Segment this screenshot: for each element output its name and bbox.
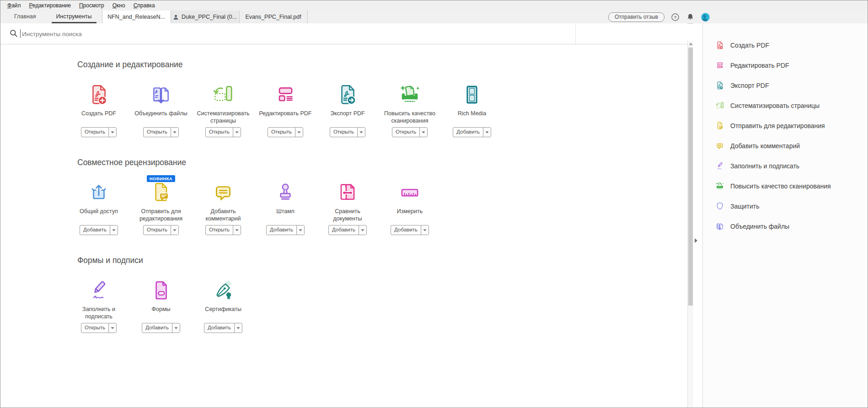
- tool-card-add-comment[interactable]: Добавить комментарийОткрыть: [192, 175, 254, 235]
- tool-action-button[interactable]: Добавить: [142, 323, 180, 333]
- stamp-icon: [274, 181, 297, 204]
- tool-action-label[interactable]: Открыть: [81, 323, 108, 333]
- dropdown-arrow-icon[interactable]: [108, 128, 116, 137]
- feedback-button[interactable]: Отправить отзыв: [608, 12, 664, 22]
- tool-card-measure[interactable]: ИзмеритьДобавить: [379, 175, 441, 235]
- menu-item[interactable]: Файл: [3, 0, 25, 11]
- panel-item-export-pdf[interactable]: Экспорт PDF: [715, 81, 868, 90]
- tool-action-label[interactable]: Открыть: [392, 128, 419, 137]
- tool-action-button[interactable]: Добавить: [80, 225, 118, 235]
- tool-card-edit-pdf[interactable]: Редактировать PDFОткрыть: [254, 77, 316, 137]
- tab-tools[interactable]: Инструменты: [46, 11, 102, 23]
- tool-action-button[interactable]: Открыть: [392, 127, 428, 137]
- tool-action-button[interactable]: Открыть: [268, 127, 303, 137]
- help-icon[interactable]: ?: [670, 12, 680, 22]
- tool-card-rich-media[interactable]: Rich MediaДобавить: [441, 77, 503, 137]
- tool-action-label[interactable]: Добавить: [391, 225, 421, 235]
- dropdown-arrow-icon[interactable]: [171, 128, 178, 137]
- tool-action-button[interactable]: Открыть: [205, 127, 241, 137]
- menu-item[interactable]: Редактирование: [25, 0, 75, 11]
- dropdown-arrow-icon[interactable]: [233, 225, 241, 235]
- dropdown-arrow-icon[interactable]: [295, 128, 303, 137]
- tool-action-label[interactable]: Открыть: [81, 128, 108, 137]
- fill-sign-icon: [87, 279, 110, 302]
- tool-action-label[interactable]: Открыть: [144, 225, 171, 235]
- tool-action-label[interactable]: Открыть: [330, 128, 357, 137]
- user-avatar[interactable]: [701, 12, 710, 22]
- tool-action-label[interactable]: Открыть: [268, 128, 295, 137]
- tool-card-enhance-scans[interactable]: Повысить качество сканированияОткрыть: [379, 77, 441, 137]
- tool-card-send-review[interactable]: НОВИНКАОтправить для редактированияОткры…: [130, 175, 192, 235]
- panel-item-combine-files[interactable]: Объединить файлы: [715, 222, 868, 231]
- tool-card-forms[interactable]: ФормыДобавить: [130, 273, 192, 333]
- dropdown-arrow-icon[interactable]: [108, 323, 116, 333]
- dropdown-arrow-icon[interactable]: [171, 225, 178, 235]
- tool-action-button[interactable]: Открыть: [143, 127, 179, 137]
- tool-card-organize-pages[interactable]: Систематизировать страницыОткрыть: [192, 77, 254, 137]
- tool-action-button[interactable]: Добавить: [328, 225, 367, 235]
- tool-action-label[interactable]: Открыть: [144, 128, 171, 137]
- panel-item-enhance-scans[interactable]: Повысить качество сканирования: [715, 182, 868, 191]
- tool-action-button[interactable]: Добавить: [453, 127, 491, 137]
- tool-action-button[interactable]: Открыть: [81, 127, 117, 137]
- dropdown-arrow-icon[interactable]: [233, 128, 241, 137]
- dropdown-arrow-icon[interactable]: [359, 225, 366, 235]
- tool-card-fill-sign[interactable]: Заполнить и подписатьОткрыть: [68, 273, 130, 333]
- edit-pdf-icon: [715, 61, 724, 70]
- panel-item-protect[interactable]: Защитить: [715, 202, 868, 211]
- tool-action-label[interactable]: Открыть: [206, 225, 233, 235]
- tool-card-export-pdf[interactable]: Экспорт PDFОткрыть: [316, 77, 379, 137]
- tool-action-label[interactable]: Открыть: [206, 128, 233, 137]
- menu-item[interactable]: Справка: [129, 0, 159, 11]
- dropdown-arrow-icon[interactable]: [296, 225, 304, 235]
- search-input[interactable]: [21, 27, 549, 41]
- dropdown-arrow-icon[interactable]: [110, 225, 118, 235]
- panel-item-create-pdf[interactable]: Создать PDF: [715, 41, 868, 50]
- dropdown-arrow-icon[interactable]: [483, 128, 491, 137]
- doc-tab[interactable]: NFN_and_ReleaseN...: [102, 11, 171, 23]
- scroll-up-arrow-icon[interactable]: [688, 41, 693, 47]
- scrollbar-thumb[interactable]: [688, 48, 693, 306]
- tool-action-label[interactable]: Добавить: [142, 323, 172, 333]
- tool-card-share[interactable]: Общий доступДобавить: [68, 175, 130, 235]
- panel-item-add-comment[interactable]: Добавить комментарий: [715, 141, 868, 150]
- tool-action-label[interactable]: Добавить: [329, 225, 359, 235]
- quick-tools-panel: Создать PDFРедактировать PDFЭкспорт PDFС…: [702, 23, 868, 408]
- doc-tab[interactable]: Duke_PPC_Final (0...: [171, 11, 239, 23]
- panel-collapse-handle[interactable]: [694, 237, 700, 244]
- tool-action-label[interactable]: Добавить: [267, 225, 296, 235]
- tool-action-label[interactable]: Добавить: [80, 225, 110, 235]
- tool-action-label[interactable]: Добавить: [453, 128, 483, 137]
- doc-tab[interactable]: Evans_PPC_Final.pdf: [239, 11, 308, 23]
- tab-home[interactable]: Главная: [4, 11, 46, 23]
- dropdown-arrow-icon[interactable]: [234, 323, 242, 333]
- main-area: Создание и редактированиеСоздать PDFОткр…: [0, 23, 868, 408]
- dropdown-arrow-icon[interactable]: [419, 128, 427, 137]
- tool-action-button[interactable]: Открыть: [143, 225, 179, 235]
- tool-card-stamp[interactable]: ШтампДобавить: [254, 175, 316, 235]
- enhance-scans-icon: [715, 182, 724, 191]
- tool-label: Экспорт PDF: [330, 110, 364, 127]
- tool-action-button[interactable]: Добавить: [391, 225, 429, 235]
- vertical-scrollbar[interactable]: [687, 41, 693, 408]
- tool-action-label[interactable]: Добавить: [204, 323, 234, 333]
- tool-card-certificates[interactable]: СертификатыДобавить: [192, 273, 254, 333]
- tool-action-button[interactable]: Добавить: [266, 225, 305, 235]
- tool-action-button[interactable]: Открыть: [205, 225, 241, 235]
- dropdown-arrow-icon[interactable]: [357, 128, 365, 137]
- panel-item-send-review[interactable]: Отправить для редактирования: [715, 121, 868, 130]
- tool-card-combine-files[interactable]: Объединить файлыОткрыть: [130, 77, 192, 137]
- tool-action-button[interactable]: Добавить: [204, 323, 242, 333]
- menu-item[interactable]: Окно: [108, 0, 129, 11]
- dropdown-arrow-icon[interactable]: [421, 225, 429, 235]
- notifications-bell-icon[interactable]: [686, 13, 695, 21]
- panel-item-fill-sign[interactable]: Заполнить и подписать: [715, 161, 868, 171]
- panel-item-organize-pages[interactable]: Систематизировать страницы: [715, 101, 868, 110]
- tool-action-button[interactable]: Открыть: [81, 323, 117, 333]
- panel-item-edit-pdf[interactable]: Редактировать PDF: [715, 61, 868, 70]
- tool-action-button[interactable]: Открыть: [330, 127, 365, 137]
- menu-item[interactable]: Просмотр: [75, 0, 108, 11]
- tool-card-create-pdf[interactable]: Создать PDFОткрыть: [68, 77, 130, 137]
- tool-card-compare-docs[interactable]: Сравнить документыДобавить: [316, 175, 379, 235]
- dropdown-arrow-icon[interactable]: [172, 323, 180, 333]
